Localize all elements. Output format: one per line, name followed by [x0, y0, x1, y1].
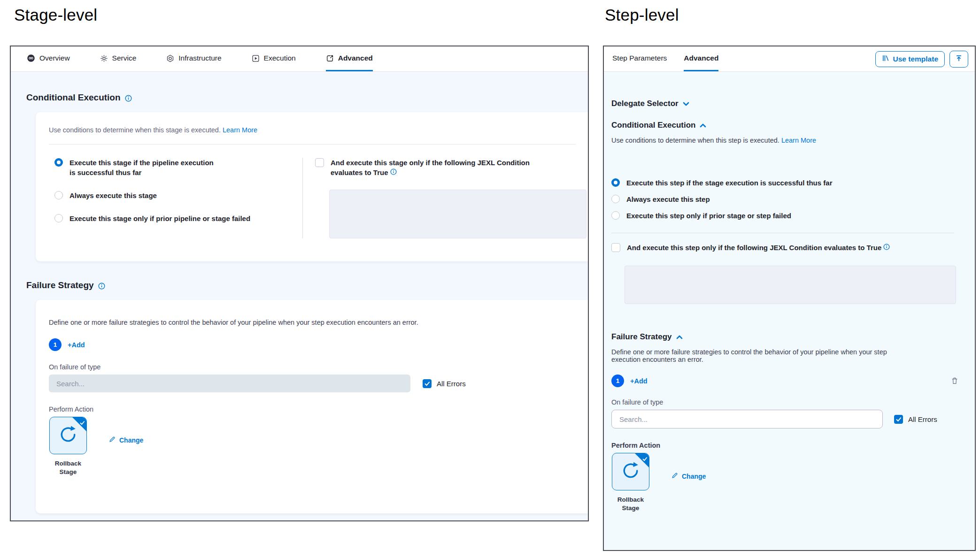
jexl-checkbox-row[interactable]: And execute this step only if the follow…: [611, 243, 975, 252]
radio-execute-if-failed[interactable]: Execute this step only if prior stage or…: [611, 211, 975, 221]
strategy-1-badge[interactable]: 1: [49, 338, 62, 351]
chevron-up-icon: [700, 121, 706, 130]
jexl-label: And execute this step only if the follow…: [627, 243, 890, 252]
tab-label: Step Parameters: [612, 54, 667, 62]
learn-more-link[interactable]: Learn More: [781, 137, 816, 144]
conditional-execution-description: Use conditions to determine when this st…: [611, 137, 975, 144]
info-icon[interactable]: [125, 95, 132, 102]
failure-strategy-description: Define one or more failure strategies to…: [49, 300, 588, 326]
tab-execution[interactable]: Execution: [252, 46, 296, 71]
tab-overview[interactable]: Overview: [27, 46, 70, 71]
radio-unselected[interactable]: [54, 191, 63, 199]
rollback-stage-tile[interactable]: [49, 417, 87, 454]
tab-step-parameters[interactable]: Step Parameters: [612, 46, 667, 71]
checkbox-unchecked[interactable]: [315, 158, 324, 167]
rollback-stage-label: Rollback Stage: [49, 459, 87, 476]
tab-label: Advanced: [684, 54, 718, 62]
info-icon[interactable]: [98, 283, 105, 290]
tab-label: Advanced: [338, 54, 373, 62]
radio-always-execute[interactable]: Always execute this step: [611, 194, 975, 204]
radio-label: Execute this step if the stage execution…: [626, 178, 832, 188]
change-action-link[interactable]: Change: [109, 436, 143, 444]
radio-group: Execute this stage if the pipeline execu…: [54, 158, 302, 238]
radio-label: Execute this stage if the pipeline execu…: [69, 158, 214, 177]
tab-label: Infrastructure: [178, 54, 221, 62]
change-action-link[interactable]: Change: [671, 472, 706, 480]
radio-execute-if-successful[interactable]: Execute this step if the stage execution…: [611, 178, 975, 188]
overview-icon: [27, 54, 35, 62]
learn-more-link[interactable]: Learn More: [223, 126, 257, 134]
failure-strategy-description: Define one or more failure strategies to…: [611, 348, 893, 363]
gear-icon: [100, 54, 108, 62]
checkbox-unchecked[interactable]: [611, 243, 620, 252]
check-icon: [80, 419, 85, 427]
strategy-badge-row: 1 +Add: [611, 375, 975, 387]
radio-unselected[interactable]: [611, 211, 620, 220]
conditional-execution-card: Use conditions to determine when this st…: [36, 112, 588, 261]
all-errors-label: All Errors: [908, 415, 937, 423]
tab-label: Service: [112, 54, 137, 62]
description-text: Use conditions to determine when this st…: [611, 137, 779, 144]
rollback-stage-tile[interactable]: [612, 453, 649, 490]
rollback-action: Rollback Stage: [49, 417, 87, 476]
radio-unselected[interactable]: [611, 195, 620, 203]
on-failure-label: On failure of type: [49, 363, 588, 371]
step-tab-actions: Use template: [875, 46, 968, 71]
change-label: Change: [682, 473, 706, 480]
failure-type-search-input[interactable]: [49, 375, 410, 392]
stage-panel-body: Conditional Execution Use conditions to …: [11, 72, 588, 520]
radio-label: Always execute this stage: [69, 191, 157, 200]
info-icon[interactable]: [883, 244, 890, 250]
failure-type-row: All Errors: [49, 375, 588, 392]
step-tabbar: Step Parameters Advanced Use template: [604, 46, 975, 72]
rollback-action: Rollback Stage: [611, 453, 650, 512]
tab-advanced[interactable]: Advanced: [684, 46, 718, 71]
tab-service[interactable]: Service: [100, 46, 137, 71]
strategy-1-badge[interactable]: 1: [611, 375, 624, 387]
infrastructure-icon: [166, 54, 174, 62]
use-template-label: Use template: [893, 55, 938, 63]
radio-label: Execute this step only if prior stage or…: [626, 211, 791, 221]
conditional-execution-heading: Conditional Execution: [26, 92, 588, 103]
failure-type-search-input[interactable]: [611, 410, 883, 428]
library-icon: [882, 54, 889, 64]
upload-template-button[interactable]: [949, 51, 968, 68]
jexl-checkbox-row[interactable]: And execute this stage only if the follo…: [315, 158, 588, 177]
on-failure-label: On failure of type: [611, 398, 975, 406]
pencil-icon: [109, 436, 116, 444]
conditional-execution-heading[interactable]: Conditional Execution: [611, 121, 975, 130]
conditional-columns: Execute this stage if the pipeline execu…: [36, 145, 588, 238]
conditional-execution-description: Use conditions to determine when this st…: [36, 112, 588, 134]
advanced-icon: [326, 54, 334, 62]
tab-label: Overview: [39, 54, 70, 62]
trash-icon[interactable]: [951, 377, 958, 385]
strategy-badge-row: 1 +Add: [49, 338, 588, 351]
checkbox-checked[interactable]: [894, 415, 903, 424]
jexl-column: And execute this stage only if the follo…: [302, 158, 588, 238]
all-errors-checkbox-row[interactable]: All Errors: [423, 379, 466, 388]
radio-selected[interactable]: [611, 178, 620, 187]
jexl-condition-input[interactable]: [625, 266, 956, 304]
all-errors-checkbox-row[interactable]: All Errors: [894, 414, 937, 424]
radio-always-execute[interactable]: Always execute this stage: [54, 191, 302, 200]
info-icon[interactable]: [390, 168, 397, 175]
checkbox-checked[interactable]: [423, 379, 432, 388]
add-strategy-button[interactable]: +Add: [68, 341, 85, 349]
jexl-condition-input[interactable]: [329, 190, 586, 238]
heading-text: Conditional Execution: [26, 92, 121, 103]
heading-text: Failure Strategy: [26, 280, 94, 290]
radio-execute-if-failed[interactable]: Execute this stage only if prior pipelin…: [54, 214, 302, 223]
use-template-button[interactable]: Use template: [875, 51, 945, 67]
stage-tabbar: Overview Service Infrastructure Executio…: [11, 46, 588, 72]
tab-infrastructure[interactable]: Infrastructure: [166, 46, 221, 71]
tab-advanced[interactable]: Advanced: [326, 46, 373, 71]
radio-unselected[interactable]: [54, 214, 63, 222]
failure-type-row: All Errors: [611, 410, 975, 428]
add-strategy-button[interactable]: +Add: [630, 377, 648, 385]
failure-strategy-heading[interactable]: Failure Strategy: [611, 332, 975, 342]
stage-level-title: Stage-level: [14, 6, 97, 24]
radio-selected[interactable]: [54, 158, 63, 167]
jexl-label-text: And execute this step only if the follow…: [627, 244, 881, 252]
radio-execute-if-successful[interactable]: Execute this stage if the pipeline execu…: [54, 158, 302, 177]
delegate-selector-heading[interactable]: Delegate Selector: [611, 99, 975, 108]
